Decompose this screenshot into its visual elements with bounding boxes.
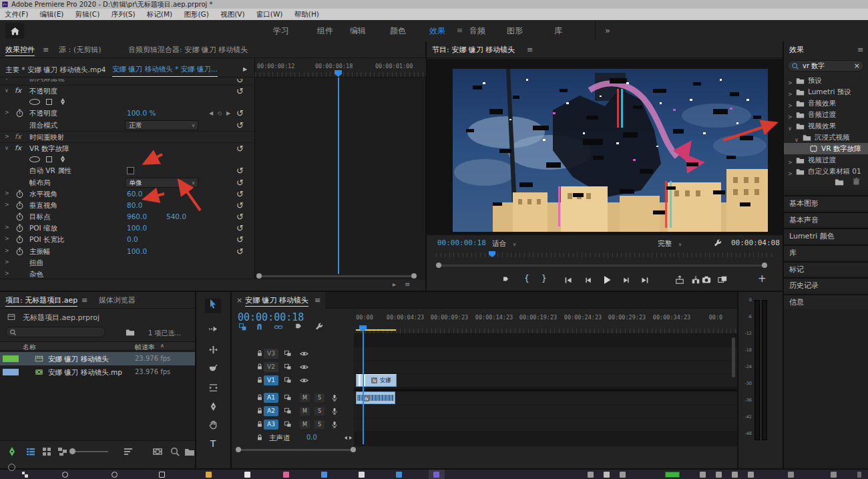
timeline-tab[interactable]: 安娜 镰刀 移动镜头 [245,292,308,309]
scrollbar-right-handle[interactable] [351,447,356,452]
chevron-down-icon[interactable]: ∨ [5,145,9,151]
lane-a3[interactable] [354,418,737,431]
zoom-slider-track[interactable] [71,451,108,452]
zoom-level-dropdown[interactable]: 适合∨ [492,236,516,251]
reset-icon[interactable]: ↺ [236,86,244,97]
ec-row-time-remapping[interactable]: > fx 时间重映射 [0,131,254,142]
reset-icon[interactable]: ↺ [236,200,244,211]
auto-vr-checkbox[interactable] [127,167,134,174]
close-tab-icon[interactable]: × [236,292,242,309]
audio-meters-panel[interactable]: 0 -6 -12 -18 -24 -30 -36 -42 -48 [738,292,783,468]
lane-v2[interactable] [354,361,737,373]
menu-window[interactable]: 窗口(W) [252,9,288,20]
solo-button[interactable]: S [314,420,324,429]
step-back-icon[interactable] [584,276,593,285]
tab-source-monitor[interactable]: 源：(无剪辑) [59,41,101,58]
tray-icon[interactable] [732,472,738,478]
lock-icon[interactable] [256,434,264,442]
chevron-right-icon[interactable]: > [5,202,9,208]
tree-item-custom-bin-01[interactable]: > 自定义素材箱 01 [784,166,868,177]
fit-sequence-icon[interactable] [344,434,353,442]
menu-graphics[interactable]: 图形(G) [179,9,213,20]
track-header-a3[interactable]: A3 M S [232,418,354,431]
automate-to-sequence-icon[interactable] [152,446,163,457]
chevron-right-icon[interactable]: > [5,110,9,116]
project-writable-pen-icon[interactable] [7,446,17,457]
mark-out-icon[interactable]: } [541,274,547,283]
effects-panel-menu-icon[interactable]: ≡ [857,41,863,58]
stopwatch-icon[interactable] [15,109,24,118]
ec-row-main-amplitude[interactable]: > 主振幅 100.0 ↺ [0,246,254,257]
lift-icon[interactable] [675,275,684,285]
home-button[interactable] [5,23,24,39]
project-row-sequence[interactable]: 安娜 镰刀 移动镜头 23.976 fps [0,352,195,365]
selection-tool[interactable] [205,299,221,313]
tray-ime-icon[interactable] [604,472,610,478]
ec-row-vr-glitch-header[interactable]: ∨ fx VR 数字故障 ↺ [0,142,254,154]
timeline-timecode[interactable]: 00:00:00:18 [238,311,304,323]
timeline-panel-menu-icon[interactable]: ≡ [314,292,320,309]
track-header-v2[interactable]: V2 [232,361,354,373]
sync-lock-icon[interactable] [284,420,292,428]
taskbar-cortana-button[interactable] [112,472,118,478]
lane-a2[interactable] [354,405,737,418]
chevron-right-icon[interactable]: > [5,190,9,196]
new-bin-icon[interactable] [184,446,195,457]
playback-resolution-dropdown[interactable]: 完整∨ [658,236,682,251]
prev-keyframe-icon[interactable]: ◀ [209,110,213,116]
taskbar-photos-icon[interactable] [396,472,402,478]
stopwatch-icon[interactable] [15,190,24,198]
icon-view-icon[interactable] [41,446,52,457]
ec-row-opacity-header[interactable]: ∨ fx 不透明度 ↺ [0,85,254,96]
taskbar-explorer-icon[interactable] [206,472,212,478]
lock-icon[interactable] [256,407,264,415]
sync-lock-icon[interactable] [284,349,292,357]
program-video-area[interactable] [427,59,783,235]
step-forward-icon[interactable] [622,276,630,285]
chevron-right-icon[interactable]: > [5,236,9,242]
stopwatch-icon[interactable] [15,247,24,256]
mute-button[interactable]: M [300,407,310,416]
tree-item-audio-effects[interactable]: > 音频效果 [784,98,868,109]
show-desktop-button[interactable] [857,472,861,478]
master-clip-label[interactable]: 主要 * 安娜 镰刀 移动镜头.mp4 [5,61,106,77]
ec-row-target-point[interactable]: 目标点 960.0 540.0 ↺ [0,211,254,222]
chevron-right-icon[interactable]: > [5,134,9,140]
poi-scale-value[interactable]: 100.0 [127,224,147,232]
scrollbar-left-handle[interactable] [236,447,241,452]
tray-clock-area[interactable] [831,472,837,478]
effect-controls-timeline[interactable]: 00:00:00:12 00:00:00:18 00:00:01:00 [254,59,425,279]
track-header-master[interactable]: 主声道 0.0 [232,432,354,444]
go-to-out-icon[interactable] [640,276,649,285]
project-search-input[interactable] [21,328,101,336]
reset-icon[interactable]: ↺ [236,165,244,176]
sync-lock-icon[interactable] [284,407,292,415]
tree-item-video-effects[interactable]: ∨ 视频效果 [784,120,868,132]
go-to-in-icon[interactable] [564,276,573,285]
track-target-a2[interactable]: A2 [264,406,278,416]
extract-icon[interactable] [691,275,700,285]
taskbar-search-button[interactable] [62,472,68,478]
stopwatch-icon[interactable] [15,235,24,244]
add-marker-icon[interactable] [501,276,509,284]
track-target-v3[interactable]: V3 [264,349,278,359]
workspace-tab-assembly[interactable]: 组件 [317,20,333,41]
panel-tab-libraries[interactable]: 库 [784,245,868,259]
track-target-v1[interactable]: V1 [264,375,278,385]
master-gain-value[interactable]: 0.0 [306,434,317,441]
chevron-right-icon[interactable]: > [5,259,9,265]
toggle-track-output-eye-icon[interactable] [300,363,308,371]
program-monitor-title[interactable]: 节目: 安娜 镰刀 移动镜头 [432,41,515,58]
lane-a1[interactable]: fx [354,391,737,404]
audio-clip[interactable]: fx [356,391,395,404]
workspace-tab-effects-menu-icon[interactable]: ≡ [457,20,463,41]
effects-search-input[interactable] [803,61,853,70]
main-amplitude-value[interactable]: 100.0 [127,247,147,255]
scrollbar-right-handle[interactable] [762,263,767,268]
ec-row-opacity-param[interactable]: > 不透明度 100.0 % ◀ ◇ ▶ ↺ [0,108,254,119]
reset-icon[interactable]: ↺ [236,177,244,188]
ellipse-mask-icon[interactable] [29,99,40,105]
tab-audio-clip-mixer[interactable]: 音频剪辑混合器: 安娜 镰刀 移动镜头 [128,41,248,58]
timeline-ruler[interactable]: 00:00 00:00:04:23 00:00:09:23 00:00:14:2… [354,309,737,334]
panel-tab-markers[interactable]: 标记 [784,261,868,276]
